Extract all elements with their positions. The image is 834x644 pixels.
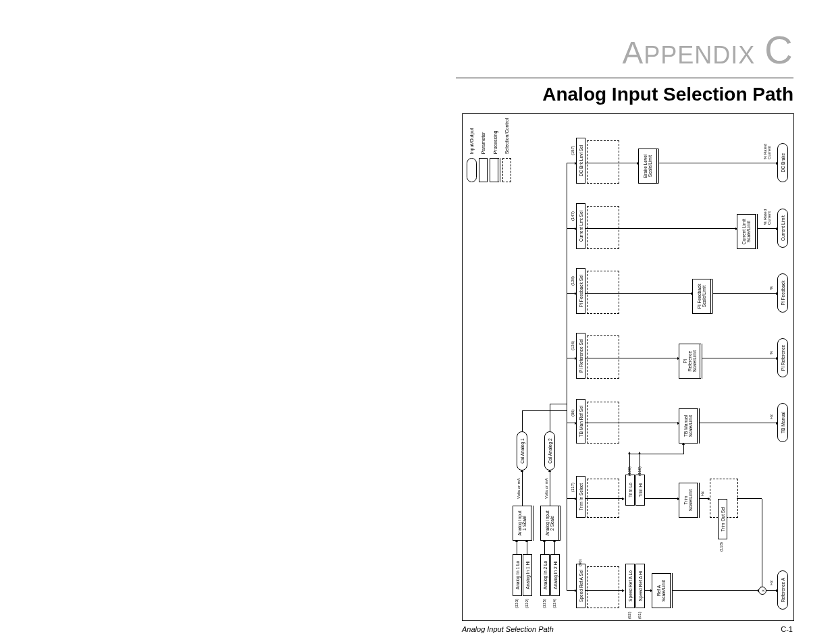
hz-trim: Hz: [700, 491, 704, 496]
speedrefa-selbox: [587, 566, 619, 608]
piref-out: PI Reference: [777, 338, 788, 377]
trimhi-num: (119): [637, 466, 642, 476]
pct-pifdbk: %: [769, 286, 773, 290]
legend-proc: Processing: [490, 118, 500, 182]
ai2scale-proc: Analog Input 2 Scale: [540, 506, 561, 541]
pifdbk-sel: PI Feedback Sel: [576, 268, 585, 314]
trimout-sel: Trim Out Sel: [718, 499, 727, 539]
line: [737, 498, 762, 499]
line: [698, 498, 708, 499]
curlim-sel: Current Lmt Sel: [576, 203, 585, 249]
pct-rated-curlim: % Rated Current: [763, 209, 771, 225]
line: [712, 293, 776, 294]
ai2lo-param: Analog In 2 Lo: [540, 554, 550, 596]
appendix-label: APPENDIX C: [456, 27, 793, 72]
refa-out: Reference A: [777, 570, 788, 610]
line: [629, 454, 683, 454]
diagram-frame: Input/Output Parameter Processing Select…: [462, 113, 794, 621]
diagram-canvas: Input/Output Parameter Processing Select…: [463, 114, 793, 620]
line: [567, 293, 575, 294]
tbman-selbox: [587, 402, 619, 444]
tbmanscale-proc: TB Manual Scale/Limit: [679, 408, 700, 444]
line: [698, 423, 776, 423]
line: [567, 423, 575, 423]
line: [567, 228, 575, 229]
speedrefa-num: (90): [578, 559, 582, 566]
line: [550, 404, 550, 411]
speedrefalo-num: (92): [627, 612, 631, 619]
trimin-selbox: [587, 479, 619, 518]
legend-io-label: Input/Output: [469, 128, 474, 155]
legend-proc-shape: [490, 158, 500, 182]
bus2: [550, 404, 567, 404]
brakescale-proc: Brake Level Scale/Limit: [638, 149, 659, 184]
line: [550, 472, 550, 506]
trimhi-param: Trim Hi: [635, 475, 645, 506]
legend-io-shape: [467, 158, 477, 182]
footer-title: Analog Input Selection Path: [462, 625, 554, 633]
line: [762, 499, 762, 587]
ai1lo-param: Analog In 1 Lo: [513, 554, 522, 596]
line: [671, 590, 758, 591]
pifdbk-out: PI Feedback: [777, 273, 788, 313]
page-header: APPENDIX C Analog Input Selection Path: [456, 27, 793, 105]
footer-page: C-1: [781, 625, 793, 633]
line: [550, 411, 550, 431]
dcbrk-sel: DC Brk Levl Sel: [576, 138, 585, 184]
legend-param: Parameter: [479, 118, 488, 182]
pct-piref: %: [769, 351, 773, 354]
legend-param-label: Parameter: [481, 132, 486, 155]
hz-tbman: Hz: [769, 414, 773, 419]
tbman-out: TB Manual: [777, 403, 788, 442]
piref-sel: PI Reference Sel: [576, 333, 585, 379]
trimlo-num: (120): [627, 466, 631, 476]
line: [683, 445, 684, 454]
line: [522, 411, 523, 431]
pirefscale-proc: PI Reference Scale/Limit: [679, 344, 702, 379]
speedrefahi-param: Speed Ref A Hi: [635, 564, 645, 608]
dcbrake-out: DC Brake: [777, 143, 788, 182]
ai1hi-param: Analog In 1 Hi: [523, 554, 532, 596]
bus-horizontal: [567, 163, 567, 591]
line: [567, 358, 575, 358]
tbman-sel: TB Man Ref Sel: [576, 399, 585, 444]
legend-sel-label: Selection/Control: [504, 118, 509, 154]
dcbrk-num: (157): [571, 146, 575, 155]
line: [567, 590, 575, 591]
line: [766, 590, 776, 591]
curlim-selbox: [587, 206, 619, 249]
volts-or-ma-2: Volts or mA: [544, 478, 548, 499]
legend: Input/Output Parameter Processing Select…: [467, 118, 511, 182]
cal-analog-1: Cal Analog 1: [517, 431, 527, 471]
page-subtitle: Analog Input Selection Path: [456, 84, 793, 105]
pifdbk-num: (128): [571, 276, 575, 286]
trimscale-proc: Trim Scale/Limit: [679, 483, 700, 518]
line: [644, 498, 677, 499]
ai1hi-num: (322): [525, 599, 529, 608]
legend-proc-label: Processing: [493, 131, 498, 155]
appendix-letter: C: [764, 28, 793, 72]
volts-or-ma-1: Volts or mA: [517, 478, 521, 499]
pifdbk-selbox: [587, 271, 619, 314]
ai1scale-proc: Analog Input 1 Scale: [513, 506, 533, 541]
line: [522, 472, 523, 506]
speedrefahi-num: (91): [637, 612, 642, 619]
ai2hi-num: (324): [552, 599, 556, 608]
piref-num: (126): [571, 341, 575, 350]
trimin-sel: Trim In Select: [576, 476, 585, 518]
line: [567, 498, 575, 499]
legend-param-shape: [479, 158, 488, 182]
speedrefa-sel: Speed Ref A Sel: [576, 564, 585, 608]
piref-selbox: [587, 336, 619, 379]
line: [658, 163, 776, 163]
page-footer: Analog Input Selection Path C-1: [462, 625, 793, 633]
mult-icon: x: [758, 587, 766, 595]
cal-analog-2: Cal Analog 2: [544, 431, 555, 471]
curlim-out: Current Limit: [777, 209, 788, 248]
legend-sel: Selection/Control: [502, 118, 511, 182]
dcbrk-selbox: [587, 140, 619, 184]
line: [756, 228, 776, 229]
curlimscale-proc: Current Limit Scale/Limit: [737, 214, 758, 249]
hz-refa: Hz: [769, 581, 773, 585]
line: [701, 358, 776, 358]
